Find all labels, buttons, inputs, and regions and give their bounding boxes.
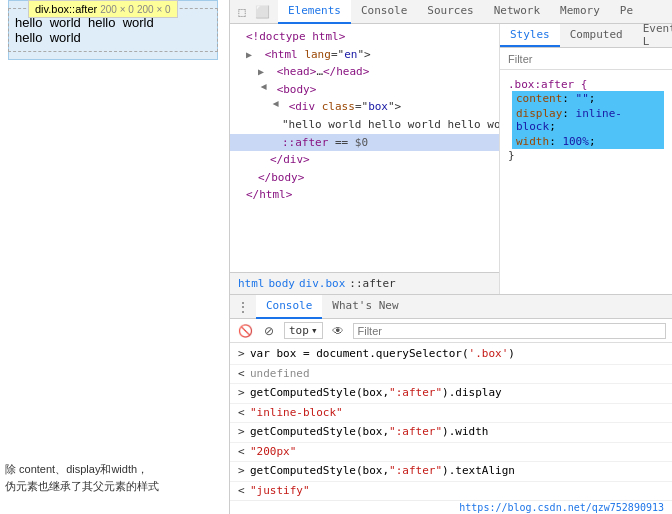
tab-whats-new[interactable]: What's New [322,295,408,319]
console-panel: ⋮ Console What's New 🚫 ⊘ top ▾ 👁 var box… [230,294,672,514]
inspect-icon[interactable]: ⬚ [234,4,250,20]
dom-panel: <!doctype html> ▶ <html lang="en"> ▶ <he… [230,24,500,294]
annotation-note: 除 content、display和width， 伪元素也继承了其父元素的样式 [5,461,159,494]
breadcrumb-div-box[interactable]: div.box [299,277,345,290]
note-line2: 伪元素也继承了其父元素的样式 [5,480,159,492]
console-line-4: "inline-block" [230,404,672,424]
tooltip-selector: div.box::after [35,3,97,15]
css-selector: .box:after { [508,78,664,91]
console-line-2: undefined [230,365,672,385]
dom-body-open[interactable]: ▼ <body> [230,81,499,99]
console-toolbar: 🚫 ⊘ top ▾ 👁 [230,319,672,343]
tab-event-listeners[interactable]: Event L [633,24,672,47]
console-output: var box = document.querySelector('.box')… [230,343,672,500]
css-display-prop: display: inline-block; [512,106,664,134]
devtools-icon-toolbar: ⬚ ⬜ [234,4,270,20]
tab-styles[interactable]: Styles [500,24,560,47]
console-footer: https://blog.csdn.net/qzw752890913 [230,500,672,514]
console-line-7: getComputedStyle(box,":after").textAlign [230,462,672,482]
browser-viewport: div.box::after 200 × 0 200 × 0 hello wor… [0,0,230,514]
dom-text-content[interactable]: "hello world hello world hello world hel… [230,116,499,134]
css-rule-block: content: ""; display: inline-block; widt… [512,91,664,149]
console-line-1: var box = document.querySelector('.box') [230,345,672,365]
breadcrumb-after: ::after [349,277,395,290]
breadcrumb-html[interactable]: html [238,277,265,290]
styles-sub-tabs: Styles Computed Event L [500,24,672,48]
styles-filter-bar [500,48,672,70]
console-line-3: getComputedStyle(box,":after").display [230,384,672,404]
css-close-brace: } [508,149,664,162]
css-width-prop: width: 100%; [512,134,664,149]
dom-head[interactable]: ▶ <head>…</head> [230,63,499,81]
console-tab-dots: ⋮ [230,299,256,315]
pseudo-tooltip: div.box::after 200 × 0 200 × 0 [28,0,178,18]
console-line-8: "justify" [230,482,672,501]
tab-more[interactable]: Pe [610,0,643,24]
console-tabs: ⋮ Console What's New [230,295,672,319]
dom-body-close[interactable]: </body> [230,169,499,187]
block-icon[interactable]: ⊘ [260,322,278,340]
devtools-panel: ⬚ ⬜ Elements Console Sources Network Mem… [230,0,672,514]
devtools-main-area: <!doctype html> ▶ <html lang="en"> ▶ <he… [230,24,672,294]
css-content-prop: content: ""; [512,91,664,106]
tab-memory[interactable]: Memory [550,0,610,24]
breadcrumb-body[interactable]: body [269,277,296,290]
console-line-5: getComputedStyle(box,":after").width [230,423,672,443]
note-line1: 除 content、display和width， [5,463,148,475]
tooltip-size: 200 × 0 [100,4,134,15]
tab-console-bottom[interactable]: Console [256,295,322,319]
console-line-6: "200px" [230,443,672,463]
context-selector[interactable]: top ▾ [284,322,323,339]
eye-icon[interactable]: 👁 [329,322,347,340]
tab-network[interactable]: Network [484,0,550,24]
context-chevron: ▾ [311,324,318,337]
styles-filter-input[interactable] [508,53,664,65]
dom-div-close[interactable]: </div> [230,151,499,169]
devtools-top-tabs: ⬚ ⬜ Elements Console Sources Network Mem… [230,0,672,24]
hello-world-text: hello world hello world hello world [15,15,154,45]
tab-sources[interactable]: Sources [417,0,483,24]
dom-after-pseudo[interactable]: ::after == $0 [230,134,499,152]
context-label: top [289,324,309,337]
tab-console[interactable]: Console [351,0,417,24]
dom-doctype[interactable]: <!doctype html> [230,28,499,46]
styles-panel: Styles Computed Event L .box:after { con… [500,24,672,294]
console-filter-input[interactable] [353,323,667,339]
tab-elements[interactable]: Elements [278,0,351,24]
styles-content: .box:after { content: ""; display: inlin… [500,70,672,294]
tab-computed[interactable]: Computed [560,24,633,47]
dom-html-close[interactable]: </html> [230,186,499,204]
device-icon[interactable]: ⬜ [254,4,270,20]
dom-tree: <!doctype html> ▶ <html lang="en"> ▶ <he… [230,24,499,272]
footer-link[interactable]: https://blog.csdn.net/qzw752890913 [459,502,664,513]
dom-html-open[interactable]: ▶ <html lang="en"> [230,46,499,64]
dom-div-box-open[interactable]: ▼ <div class="box"> [230,98,499,116]
dom-breadcrumb: html body div.box ::after [230,272,499,294]
clear-console-button[interactable]: 🚫 [236,322,254,340]
